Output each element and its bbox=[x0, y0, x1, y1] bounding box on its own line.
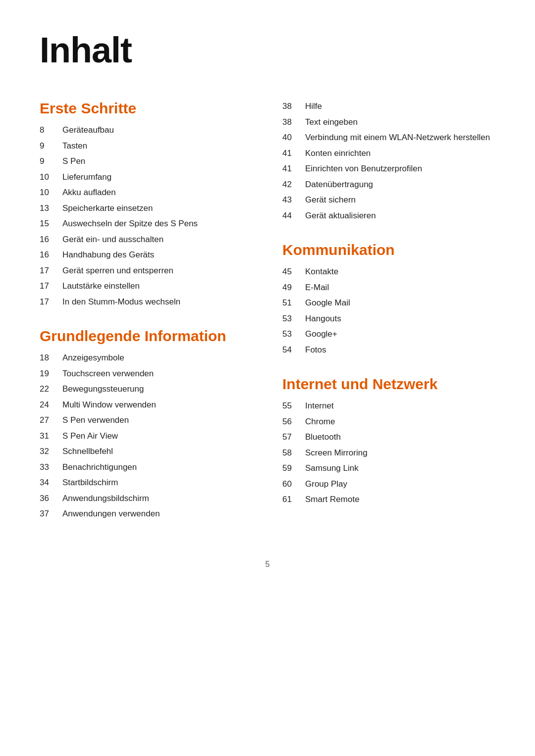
toc-page-number: 40 bbox=[282, 131, 305, 144]
toc-page-number: 32 bbox=[40, 445, 62, 458]
toc-page-number: 10 bbox=[40, 171, 62, 184]
toc-page-number: 37 bbox=[40, 507, 62, 520]
list-item: 55Internet bbox=[282, 400, 495, 412]
toc-page-number: 33 bbox=[40, 461, 62, 474]
toc-list: 55Internet56Chrome57Bluetooth58Screen Mi… bbox=[282, 400, 495, 506]
footer-page-number: 5 bbox=[266, 560, 270, 568]
section-block: Kommunikation45Kontakte49E-Mail51Google … bbox=[282, 242, 495, 356]
toc-entry-text: Speicherkarte einsetzen bbox=[62, 202, 153, 215]
toc-entry-text: Gerät sperren und entsperren bbox=[62, 264, 173, 277]
toc-page-number: 31 bbox=[40, 430, 62, 443]
section-title: Kommunikation bbox=[282, 242, 495, 258]
list-item: 36Anwendungsbildschirm bbox=[40, 492, 253, 505]
toc-page-number: 53 bbox=[282, 328, 305, 341]
toc-entry-text: Gerät aktualisieren bbox=[305, 209, 376, 222]
toc-page-number: 16 bbox=[40, 233, 62, 246]
toc-entry-text: Google Mail bbox=[305, 297, 350, 309]
toc-page-number: 59 bbox=[282, 462, 305, 475]
list-item: 19Touchscreen verwenden bbox=[40, 367, 253, 380]
toc-entry-text: Google+ bbox=[305, 328, 337, 341]
toc-entry-text: Lautstärke einstellen bbox=[62, 280, 140, 293]
toc-entry-text: Akku aufladen bbox=[62, 186, 116, 199]
toc-page-number: 16 bbox=[40, 249, 62, 261]
list-item: 57Bluetooth bbox=[282, 431, 495, 444]
toc-page-number: 57 bbox=[282, 431, 305, 444]
list-item: 9Tasten bbox=[40, 140, 253, 152]
toc-columns: Erste Schritte8Geräteaufbau9Tasten9S Pen… bbox=[40, 100, 495, 540]
toc-page-number: 17 bbox=[40, 296, 62, 308]
toc-entry-text: Text eingeben bbox=[305, 116, 358, 129]
toc-page-number: 8 bbox=[40, 124, 62, 137]
toc-entry-text: S Pen bbox=[62, 155, 85, 168]
list-item: 60Group Play bbox=[282, 478, 495, 491]
section-title: Erste Schritte bbox=[40, 100, 253, 117]
list-item: 17Gerät sperren und entsperren bbox=[40, 264, 253, 277]
list-item: 16Gerät ein- und ausschalten bbox=[40, 233, 253, 246]
list-item: 10Akku aufladen bbox=[40, 186, 253, 199]
toc-entry-text: Auswechseln der Spitze des S Pens bbox=[62, 217, 198, 230]
toc-entry-text: Tasten bbox=[62, 140, 87, 152]
toc-page-number: 13 bbox=[40, 202, 62, 215]
toc-page-number: 43 bbox=[282, 194, 305, 206]
list-item: 54Fotos bbox=[282, 344, 495, 356]
section-block: Grundlegende Information18Anzeigesymbole… bbox=[40, 328, 253, 520]
toc-entry-text: Schnellbefehl bbox=[62, 445, 113, 458]
toc-entry-text: Hangouts bbox=[305, 312, 341, 325]
list-item: 45Kontakte bbox=[282, 265, 495, 278]
list-item: 49E-Mail bbox=[282, 281, 495, 294]
section-block: Erste Schritte8Geräteaufbau9Tasten9S Pen… bbox=[40, 100, 253, 308]
toc-page-number: 54 bbox=[282, 344, 305, 356]
section-block: 38Hilfe38Text eingeben40Verbindung mit e… bbox=[282, 100, 495, 222]
toc-entry-text: Handhabung des Geräts bbox=[62, 249, 154, 261]
toc-page-number: 24 bbox=[40, 399, 62, 411]
toc-entry-text: In den Stumm-Modus wechseln bbox=[62, 296, 180, 308]
toc-page-number: 44 bbox=[282, 209, 305, 222]
list-item: 9S Pen bbox=[40, 155, 253, 168]
toc-entry-text: E-Mail bbox=[305, 281, 329, 294]
toc-page-number: 9 bbox=[40, 155, 62, 168]
toc-page-number: 56 bbox=[282, 415, 305, 428]
toc-page-number: 55 bbox=[282, 400, 305, 412]
toc-entry-text: Smart Remote bbox=[305, 493, 360, 506]
list-item: 27S Pen verwenden bbox=[40, 414, 253, 427]
toc-entry-text: Anwendungsbildschirm bbox=[62, 492, 149, 505]
toc-entry-text: Benachrichtigungen bbox=[62, 461, 137, 474]
list-item: 51Google Mail bbox=[282, 297, 495, 309]
toc-list: 38Hilfe38Text eingeben40Verbindung mit e… bbox=[282, 100, 495, 222]
list-item: 44Gerät aktualisieren bbox=[282, 209, 495, 222]
toc-entry-text: Internet bbox=[305, 400, 334, 412]
list-item: 10Lieferumfang bbox=[40, 171, 253, 184]
toc-page-number: 36 bbox=[40, 492, 62, 505]
list-item: 38Text eingeben bbox=[282, 116, 495, 129]
toc-page-number: 27 bbox=[40, 414, 62, 427]
section-title: Grundlegende Information bbox=[40, 328, 253, 345]
toc-entry-text: Anwendungen verwenden bbox=[62, 507, 160, 520]
toc-page-number: 34 bbox=[40, 476, 62, 489]
toc-page-number: 61 bbox=[282, 493, 305, 506]
list-item: 16Handhabung des Geräts bbox=[40, 249, 253, 261]
toc-entry-text: Kontakte bbox=[305, 265, 338, 278]
toc-page-number: 15 bbox=[40, 217, 62, 230]
toc-entry-text: Startbildschirm bbox=[62, 476, 118, 489]
toc-page-number: 60 bbox=[282, 478, 305, 491]
toc-entry-text: Datenübertragung bbox=[305, 178, 373, 191]
toc-page-number: 22 bbox=[40, 383, 62, 396]
list-item: 61Smart Remote bbox=[282, 493, 495, 506]
toc-entry-text: Verbindung mit einem WLAN-Netzwerk herst… bbox=[305, 131, 490, 144]
toc-page-number: 19 bbox=[40, 367, 62, 380]
right-column: 38Hilfe38Text eingeben40Verbindung mit e… bbox=[282, 100, 495, 540]
list-item: 43Gerät sichern bbox=[282, 194, 495, 206]
toc-page-number: 17 bbox=[40, 280, 62, 293]
toc-entry-text: S Pen verwenden bbox=[62, 414, 129, 427]
list-item: 56Chrome bbox=[282, 415, 495, 428]
toc-entry-text: Fotos bbox=[305, 344, 326, 356]
toc-entry-text: Chrome bbox=[305, 415, 335, 428]
toc-page-number: 38 bbox=[282, 116, 305, 129]
left-column: Erste Schritte8Geräteaufbau9Tasten9S Pen… bbox=[40, 100, 253, 540]
section-title: Internet und Netzwerk bbox=[282, 376, 495, 393]
toc-entry-text: Group Play bbox=[305, 478, 347, 491]
toc-list: 18Anzeigesymbole19Touchscreen verwenden2… bbox=[40, 352, 253, 520]
list-item: 18Anzeigesymbole bbox=[40, 352, 253, 364]
toc-list: 45Kontakte49E-Mail51Google Mail53Hangout… bbox=[282, 265, 495, 356]
page-footer: 5 bbox=[40, 560, 495, 569]
